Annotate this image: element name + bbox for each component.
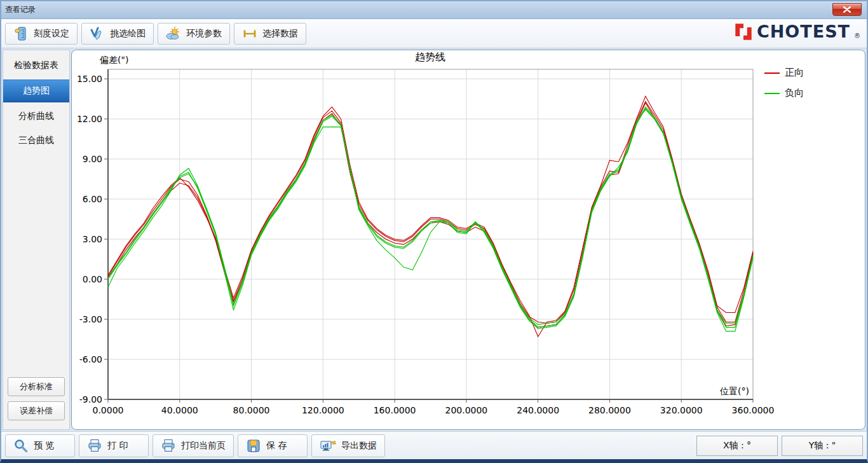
export-icon [320, 438, 336, 453]
y-tick-label: 12.00 [77, 114, 102, 124]
sidebar-item-analysis-curve[interactable]: 分析曲线 [3, 106, 69, 127]
series-run-负向 [108, 109, 753, 324]
window-title: 查看记录 [5, 4, 36, 15]
magnifier-icon [13, 438, 29, 453]
pick-plot-label: 挑选绘图 [110, 28, 146, 39]
analysis-standard-button[interactable]: 分析标准 [8, 377, 65, 396]
title-bar: 查看记录 [1, 1, 867, 19]
legend-label: 正向 [785, 67, 804, 79]
bottom-toolbar: 预 览 打 印 打印当前页 [1, 431, 867, 459]
legend-line-swatch [764, 93, 780, 94]
sidebar: 检验数据表 趋势图 分析曲线 三合曲线 分析标准 误差补偿 [3, 50, 70, 430]
series-run-负向 [108, 107, 753, 327]
registered-mark: ® [854, 32, 860, 39]
print-current-page-button[interactable]: 打印当前页 [153, 434, 234, 457]
y-axis-label: 偏差(") [99, 55, 128, 65]
preview-label: 预 览 [34, 440, 54, 452]
export-data-label: 导出数据 [341, 440, 377, 452]
save-icon [246, 438, 261, 453]
x-tick-label: 320.0000 [660, 405, 703, 415]
select-data-icon [242, 26, 257, 41]
series-run-正向 [108, 96, 753, 336]
x-tick-label: 80.0000 [233, 405, 270, 415]
chart-legend: 正向负向 [764, 67, 804, 99]
x-tick-label: 40.0000 [161, 405, 198, 415]
legend-line-swatch [764, 73, 780, 74]
sidebar-item-trend-chart[interactable]: 趋势图 [3, 79, 69, 102]
x-tick-label: 120.0000 [302, 405, 344, 415]
print-label: 打 印 [107, 440, 128, 452]
save-button[interactable]: 保 存 [238, 434, 308, 457]
grid-lines [108, 69, 753, 399]
sidebar-item-triple-curve[interactable]: 三合曲线 [3, 130, 69, 151]
chart-panel: 15.0012.009.006.003.000.00-3.00-6.00-9.0… [71, 50, 865, 430]
legend-label: 负向 [785, 87, 804, 99]
environment-icon [166, 26, 181, 41]
series-run-负向 [108, 108, 753, 331]
y-axis-unit-button[interactable]: Y轴 : " [782, 436, 863, 456]
printer-icon [161, 438, 176, 453]
sidebar-item-data-table[interactable]: 检验数据表 [3, 55, 69, 76]
top-toolbar: 刻度设定 挑选绘图 环境参数 [1, 19, 867, 48]
main-area: 检验数据表 趋势图 分析曲线 三合曲线 分析标准 误差补偿 15.0012.00… [1, 48, 867, 431]
series-lines [108, 96, 753, 336]
close-button[interactable] [832, 3, 862, 16]
x-tick-label: 160.0000 [374, 405, 416, 415]
chart-title: 趋势线 [415, 51, 445, 63]
sidebar-bottom-gap [3, 423, 69, 429]
pick-plot-button[interactable]: 挑选绘图 [81, 23, 154, 45]
x-tick-label: 0.0000 [93, 405, 124, 415]
close-icon [843, 6, 851, 13]
y-tick-label: -6.00 [79, 354, 102, 364]
y-tick-label: 15.00 [77, 74, 102, 84]
y-tick-label: 0.00 [83, 274, 102, 284]
x-tick-label: 240.0000 [517, 405, 559, 415]
sidebar-spacer [3, 155, 69, 375]
y-tick-label: 9.00 [83, 154, 102, 164]
error-compensation-button[interactable]: 误差补偿 [8, 401, 65, 420]
x-tick-label: 360.0000 [732, 405, 775, 415]
x-axis-unit-button[interactable]: X轴 : ° [696, 436, 778, 456]
select-data-label: 选择数据 [262, 28, 298, 39]
x-axis-label: 位置(°) [719, 386, 749, 396]
preview-button[interactable]: 预 览 [5, 434, 75, 457]
environment-button[interactable]: 环境参数 [158, 23, 230, 45]
scale-setting-label: 刻度设定 [34, 28, 69, 39]
export-data-button[interactable]: 导出数据 [311, 434, 385, 457]
brand-logo: CHOTEST ® [734, 22, 860, 41]
brand-name: CHOTEST [757, 22, 850, 41]
chotest-logo-mark [734, 22, 753, 41]
trend-chart: 15.0012.009.006.003.000.00-3.00-6.00-9.0… [72, 50, 865, 429]
save-label: 保 存 [266, 440, 287, 452]
legend-item: 负向 [764, 87, 804, 99]
x-tick-label: 200.0000 [445, 405, 487, 415]
scale-setting-button[interactable]: 刻度设定 [5, 23, 78, 45]
series-run-正向 [108, 103, 753, 328]
environment-label: 环境参数 [186, 28, 222, 39]
axes: 15.0012.009.006.003.000.00-3.00-6.00-9.0… [77, 69, 775, 415]
ruler-icon [13, 26, 29, 41]
x-tick-label: 280.0000 [588, 405, 631, 415]
view-record-window: 查看记录 刻度设定 挑选绘图 [0, 0, 868, 463]
printer-icon [87, 438, 102, 453]
select-data-button[interactable]: 选择数据 [234, 23, 306, 45]
y-tick-label: -3.00 [79, 314, 102, 324]
y-tick-label: 3.00 [83, 234, 102, 244]
pick-plot-icon [90, 26, 105, 41]
print-current-page-label: 打印当前页 [181, 440, 226, 452]
legend-item: 正向 [764, 67, 804, 79]
print-button[interactable]: 打 印 [79, 434, 149, 457]
y-tick-label: -9.00 [79, 394, 102, 404]
y-tick-label: 6.00 [83, 194, 102, 204]
